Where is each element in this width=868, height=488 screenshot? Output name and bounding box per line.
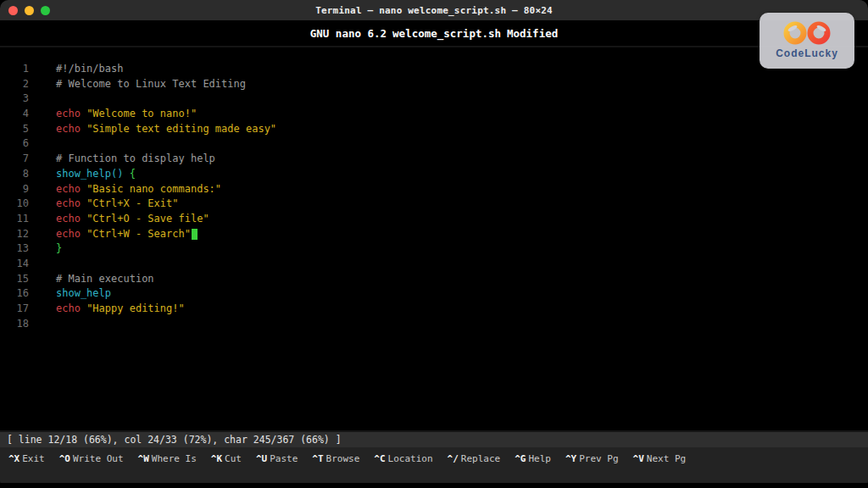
nano-modified-state: Modified — [507, 27, 558, 40]
code-segment: { — [130, 168, 136, 180]
shortcut-item: ^GHelp — [515, 453, 551, 464]
code-text — [31, 136, 56, 152]
line-number: 9 — [0, 182, 31, 197]
code-segment: "Ctrl+X - Exit" — [86, 197, 178, 209]
shortcut-label: Location — [388, 453, 433, 464]
shortcut-key: ^O — [59, 453, 70, 464]
shortcut-key: ^T — [312, 453, 323, 464]
line-number: 6 — [0, 136, 31, 152]
code-text: echo "Welcome to nano!" — [31, 107, 197, 122]
code-line: 13} — [0, 241, 868, 257]
code-text: # Main execution — [31, 272, 154, 287]
shortcut-label: Browse — [326, 453, 360, 464]
code-segment: # Function to display help — [56, 152, 215, 164]
code-text — [31, 317, 56, 332]
code-segment: echo — [56, 197, 86, 209]
code-segment: "Simple text editing made easy" — [86, 123, 276, 135]
code-segment: "Basic nano commands:" — [86, 183, 221, 195]
shortcut-label: Exit — [22, 453, 45, 464]
code-line: 8show_help() { — [0, 167, 868, 182]
shortcut-label: Help — [528, 453, 551, 464]
shortcut-item: ^XExit — [8, 453, 45, 464]
line-number: 18 — [0, 317, 31, 332]
codelucky-infinity-logo — [779, 20, 835, 46]
code-segment: echo — [56, 228, 86, 240]
editor-area[interactable]: 1#!/bin/bash2# Welcome to Linux Text Edi… — [0, 47, 868, 430]
shortcut-label: Prev Pg — [579, 453, 618, 464]
line-number: 5 — [0, 122, 31, 137]
line-number: 7 — [0, 152, 31, 167]
code-line: 14 — [0, 257, 868, 272]
code-text: echo "Ctrl+X - Exit" — [31, 197, 179, 212]
code-line: 10echo "Ctrl+X - Exit" — [0, 197, 868, 212]
shortcut-key: ^X — [8, 453, 19, 464]
code-line: 2# Welcome to Linux Text Editing — [0, 77, 868, 92]
shortcut-item: ^TBrowse — [312, 453, 359, 464]
text-cursor — [192, 229, 198, 240]
code-segment: echo — [56, 183, 86, 195]
line-number: 3 — [0, 92, 31, 107]
code-line: 3 — [0, 92, 868, 107]
code-line: 15# Main execution — [0, 272, 868, 287]
title-bar[interactable]: Terminal — nano welcome_script.sh — 80×2… — [0, 0, 868, 20]
code-segment: show_help() — [56, 168, 123, 180]
code-line: 17echo "Happy editing!" — [0, 302, 868, 317]
shortcut-label: Next Pg — [647, 453, 686, 464]
code-segment — [123, 168, 129, 180]
code-segment: # Main execution — [56, 273, 154, 285]
shortcut-item: ^YPrev Pg — [565, 453, 619, 464]
shortcut-item: ^KCut — [211, 453, 242, 464]
code-text: show_help — [31, 286, 111, 302]
line-number: 8 — [0, 167, 31, 182]
nano-filename: welcome_script.sh — [392, 27, 501, 40]
shortcut-label: Write Out — [73, 453, 124, 464]
code-segment: "Ctrl+O - Save file" — [86, 213, 209, 225]
shortcut-key: ^Y — [565, 453, 576, 464]
code-line: 4echo "Welcome to nano!" — [0, 107, 868, 122]
shortcut-item: ^UPaste — [256, 453, 298, 464]
line-number: 15 — [0, 272, 31, 287]
shortcut-key: ^C — [374, 453, 385, 464]
code-text: show_help() { — [31, 167, 136, 182]
codelucky-badge: CodeLucky — [760, 13, 854, 69]
code-line: 1#!/bin/bash — [0, 62, 868, 77]
code-text: echo "Ctrl+O - Save file" — [31, 212, 209, 227]
line-number: 13 — [0, 241, 31, 257]
code-text: # Function to display help — [31, 152, 215, 167]
code-line: 18 — [0, 317, 868, 332]
code-segment: echo — [56, 123, 86, 135]
status-bar: [ line 12/18 (66%), col 24/33 (72%), cha… — [0, 432, 868, 447]
shortcut-item: ^VNext Pg — [633, 453, 687, 464]
code-text: echo "Basic nano commands:" — [31, 182, 221, 197]
code-line: 6 — [0, 136, 868, 152]
line-number: 2 — [0, 77, 31, 92]
line-number: 1 — [0, 62, 31, 77]
codelucky-brand-text: CodeLucky — [776, 47, 838, 59]
shortcut-key: ^G — [515, 453, 526, 464]
line-number: 11 — [0, 212, 31, 227]
code-text — [31, 92, 56, 107]
code-line: 11echo "Ctrl+O - Save file" — [0, 212, 868, 227]
code-segment: echo — [56, 108, 86, 119]
terminal-window: Terminal — nano welcome_script.sh — 80×2… — [0, 0, 868, 488]
line-number: 14 — [0, 257, 31, 272]
code-text: #!/bin/bash — [31, 62, 123, 77]
shortcuts-bar: ^XExit^OWrite Out^WWhere Is^KCut^UPaste^… — [0, 447, 868, 483]
code-line: 7# Function to display help — [0, 152, 868, 167]
shortcut-key: ^V — [633, 453, 644, 464]
code-text: } — [31, 241, 62, 257]
code-text: # Welcome to Linux Text Editing — [31, 77, 246, 92]
shortcut-item: ^OWrite Out — [59, 453, 124, 464]
window-title: Terminal — nano welcome_script.sh — 80×2… — [0, 5, 868, 16]
code-segment: #!/bin/bash — [56, 63, 123, 75]
shortcut-label: Replace — [461, 453, 500, 464]
window-bottom-edge — [0, 483, 868, 488]
editor-lines: 1#!/bin/bash2# Welcome to Linux Text Edi… — [0, 62, 868, 331]
line-number: 10 — [0, 197, 31, 212]
code-line: 12echo "Ctrl+W - Search" — [0, 227, 868, 242]
shortcut-item: ^/Replace — [448, 453, 501, 464]
code-segment: echo — [56, 302, 86, 314]
line-number: 17 — [0, 302, 31, 317]
code-line: 5echo "Simple text editing made easy" — [0, 122, 868, 137]
shortcut-item: ^WWhere Is — [138, 453, 197, 464]
